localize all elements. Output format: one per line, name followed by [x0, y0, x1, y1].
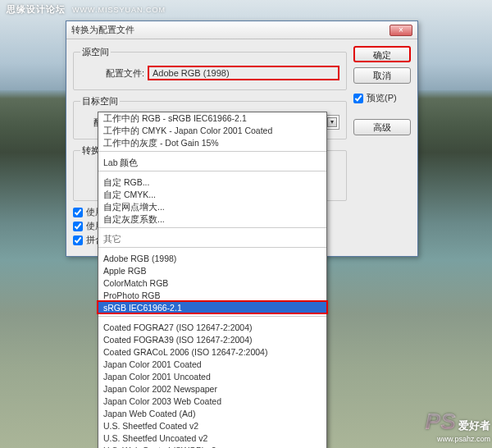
watermark-logo: PS	[426, 409, 456, 434]
dropdown-option	[98, 247, 326, 251]
dropdown-option[interactable]: Adobe RGB (1998)	[98, 253, 326, 265]
dropdown-option	[98, 227, 326, 231]
ok-button[interactable]: 确定	[353, 46, 411, 62]
dropdown-option[interactable]: U.S. Sheetfed Coated v2	[98, 420, 326, 432]
source-space-group: 源空间 配置文件: Adobe RGB (1998)	[73, 46, 347, 90]
dropdown-option[interactable]: 工作中的 CMYK - Japan Color 2001 Coated	[98, 125, 326, 137]
chevron-down-icon: ▾	[327, 117, 337, 127]
dropdown-option[interactable]: Lab 颜色	[98, 157, 326, 169]
advanced-button[interactable]: 高级	[353, 119, 411, 135]
close-icon[interactable]: ×	[390, 25, 412, 36]
watermark-top: 思缘设计论坛 WWW.MISSYUAN.COM	[7, 3, 166, 16]
dropdown-option[interactable]: 工作中的灰度 - Dot Gain 15%	[98, 137, 326, 149]
dropdown-option	[98, 171, 326, 175]
watermark-bottom: PS 爱好者 www.psahz.com	[426, 409, 490, 443]
bpc-input[interactable]	[73, 208, 83, 217]
dither-input[interactable]	[73, 222, 83, 231]
source-space-legend: 源空间	[80, 46, 111, 58]
dropdown-option[interactable]: 自定 RGB...	[98, 176, 326, 189]
dropdown-option[interactable]: Coated FOGRA27 (ISO 12647-2:2004)	[98, 322, 326, 334]
dropdown-option[interactable]: 自定 CMYK...	[98, 189, 326, 201]
watermark-top-cn: 思缘设计论坛	[7, 4, 66, 14]
source-profile-label: 配置文件:	[80, 67, 144, 80]
source-profile-value: Adobe RGB (1998)	[148, 66, 339, 80]
dropdown-option[interactable]: ProPhoto RGB	[98, 290, 326, 302]
preview-input[interactable]	[353, 94, 363, 103]
dropdown-option[interactable]: Japan Color 2001 Uncoated	[98, 371, 326, 383]
dialog-title: 转换为配置文件	[71, 24, 134, 36]
dropdown-option[interactable]: sRGB IEC61966-2.1	[98, 302, 326, 314]
dropdown-option: 其它	[98, 233, 326, 245]
dropdown-option[interactable]: Japan Color 2002 Newspaper	[98, 383, 326, 395]
cancel-button[interactable]: 取消	[353, 67, 411, 84]
profile-dropdown[interactable]: 工作中的 RGB - sRGB IEC61966-2.1工作中的 CMYK - …	[98, 112, 327, 448]
dropdown-option[interactable]: Japan Web Coated (Ad)	[98, 408, 326, 420]
dropdown-option[interactable]: Apple RGB	[98, 265, 326, 277]
dropdown-option[interactable]: Japan Color 2001 Coated	[98, 359, 326, 371]
dropdown-option[interactable]: 自定网点增大...	[98, 201, 326, 213]
dropdown-option[interactable]: 工作中的 RGB - sRGB IEC61966-2.1	[98, 112, 326, 125]
dialog-titlebar[interactable]: 转换为配置文件 ×	[66, 21, 417, 39]
watermark-cn: 爱好者	[458, 419, 490, 432]
preview-checkbox[interactable]: 预览(P)	[353, 92, 411, 104]
watermark-top-url: WWW.MISSYUAN.COM	[72, 6, 166, 14]
dropdown-option[interactable]: Japan Color 2003 Web Coated	[98, 395, 326, 408]
preview-label: 预览(P)	[367, 92, 397, 104]
dropdown-option	[98, 316, 326, 320]
dropdown-option[interactable]: U.S. Web Coated (SWOP) v2	[98, 445, 326, 448]
dropdown-option[interactable]: ColorMatch RGB	[98, 277, 326, 290]
dropdown-option[interactable]: Coated FOGRA39 (ISO 12647-2:2004)	[98, 334, 326, 346]
flatten-input[interactable]	[73, 235, 83, 245]
watermark-url: www.psahz.com	[426, 435, 490, 443]
dest-space-legend: 目标空间	[80, 95, 120, 107]
dropdown-option	[98, 151, 326, 155]
dropdown-option[interactable]: Coated GRACoL 2006 (ISO 12647-2:2004)	[98, 346, 326, 359]
dropdown-option[interactable]: 自定灰度系数...	[98, 213, 326, 226]
dropdown-option[interactable]: U.S. Sheetfed Uncoated v2	[98, 432, 326, 445]
